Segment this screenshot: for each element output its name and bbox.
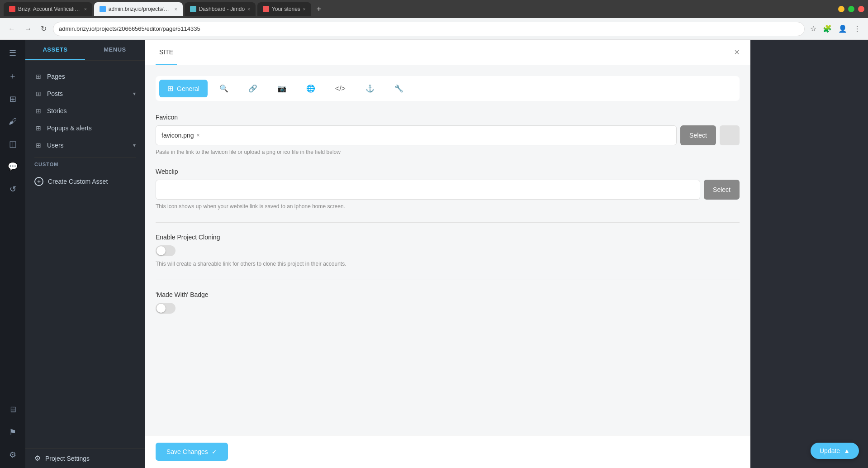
integrations-tab-button[interactable]: 📷 xyxy=(269,80,294,97)
address-bar[interactable]: admin.brizy.io/projects/20666565/editor/… xyxy=(53,22,805,36)
share-tab-button[interactable]: 🔗 xyxy=(240,80,266,97)
integrations-tab-icon: 📷 xyxy=(277,84,286,93)
menu-button[interactable]: ⋮ xyxy=(852,23,863,35)
site-panel-tab[interactable]: SITE xyxy=(156,40,177,65)
create-custom-asset-button[interactable]: + Create Custom Asset xyxy=(34,172,136,191)
tab-close-stories[interactable]: × xyxy=(303,7,306,12)
custom-section-label: CUSTOM xyxy=(34,158,136,171)
settings-tabs-bar: ⊞ General 🔍 🔗 📷 🌐 </> xyxy=(156,76,740,101)
sidebar-item-label-users: Users xyxy=(47,142,64,149)
webclip-input[interactable] xyxy=(161,186,694,193)
back-button[interactable]: ← xyxy=(5,23,18,35)
custom-section: CUSTOM + Create Custom Asset xyxy=(25,154,145,194)
sidebar-item-label-posts: Posts xyxy=(47,90,63,97)
tab-title-brizy: admin.brizy.io/projects/20666... xyxy=(109,6,172,12)
toggle-knob xyxy=(157,246,166,255)
create-custom-label: Create Custom Asset xyxy=(48,178,108,185)
sidebar-item-label-popups: Popups & alerts xyxy=(47,124,92,132)
cloning-hint: This will create a shareable link for ot… xyxy=(156,261,740,267)
section-divider-1 xyxy=(156,222,740,223)
tab-brizy[interactable]: admin.brizy.io/projects/20666... × xyxy=(94,2,183,16)
tab-gmail[interactable]: Brizy: Account Verification - an... × xyxy=(4,2,92,16)
sidebar-tabs: ASSETS MENUS xyxy=(25,40,145,61)
favicon-tag: favicon.png × xyxy=(161,132,200,139)
sidebar-panel: ASSETS MENUS ⊞ Pages ⊞ Posts ▾ ⊞ xyxy=(25,40,145,468)
close-window-button[interactable] xyxy=(858,6,864,12)
webclip-select-button[interactable]: Select xyxy=(704,180,740,200)
cloning-toggle[interactable] xyxy=(156,245,175,256)
menus-tab[interactable]: MENUS xyxy=(85,40,145,60)
more-tab-icon: 🔧 xyxy=(394,84,403,93)
pages-nav-icon: ⊞ xyxy=(34,72,43,81)
favicon-clear-icon[interactable]: × xyxy=(197,132,200,138)
sidebar-item-popups[interactable]: ⊞ Popups & alerts xyxy=(25,119,145,137)
tab-jimdo[interactable]: Dashboard - Jimdo × xyxy=(185,2,256,16)
cloning-toggle-container xyxy=(156,245,740,256)
tab-stories[interactable]: Your stories × xyxy=(257,2,311,16)
update-arrow-icon: ▲ xyxy=(844,447,850,454)
sidebar-nav: ⊞ Pages ⊞ Posts ▾ ⊞ Stories ⊞ Popups & xyxy=(25,61,145,448)
sidebar-inner: ☰ ＋ ⊞ 🖌 ◫ 💬 ↺ 🖥 ⚑ ⚙ ASSETS MENUS xyxy=(0,40,145,468)
add-icon[interactable]: ＋ xyxy=(6,68,19,84)
save-check-icon: ✓ xyxy=(212,448,217,455)
maximize-button[interactable] xyxy=(848,6,854,12)
sidebar-item-posts[interactable]: ⊞ Posts ▾ xyxy=(25,85,145,102)
save-bar: Save Changes ✓ xyxy=(145,435,750,468)
new-tab-button[interactable]: + xyxy=(313,5,325,14)
translate-tab-button[interactable]: 🌐 xyxy=(298,80,323,97)
browser-chrome: Brizy: Account Verification - an... × ad… xyxy=(0,0,868,40)
browser-toolbar: ← → ↻ admin.brizy.io/projects/20666565/e… xyxy=(0,18,868,40)
sidebar-item-label-stories: Stories xyxy=(47,107,67,115)
main-content: SITE × ⊞ General 🔍 🔗 📷 xyxy=(145,40,750,468)
users-arrow-icon: ▾ xyxy=(133,142,136,148)
favicon-select-button[interactable]: Select xyxy=(680,125,716,145)
cloning-section: Enable Project Cloning This will create … xyxy=(156,234,740,267)
settings-gear-icon: ⚙ xyxy=(34,454,41,463)
project-settings-link[interactable]: ⚙ Project Settings xyxy=(34,454,136,463)
settings-content: ⊞ General 🔍 🔗 📷 🌐 </> xyxy=(145,65,750,435)
tab-close-jimdo[interactable]: × xyxy=(247,7,250,12)
sidebar-item-pages[interactable]: ⊞ Pages xyxy=(25,68,145,85)
sidebar-item-label-pages: Pages xyxy=(47,73,65,80)
history-icon[interactable]: ↺ xyxy=(7,181,19,197)
anchor-tab-button[interactable]: ⚓ xyxy=(357,80,383,97)
minimize-button[interactable] xyxy=(838,6,844,12)
profile-button[interactable]: 👤 xyxy=(836,23,849,35)
more-tab-button[interactable]: 🔧 xyxy=(386,80,412,97)
share-tab-icon: 🔗 xyxy=(248,84,257,93)
update-button[interactable]: Update ▲ xyxy=(811,443,859,459)
sidebar-item-stories[interactable]: ⊞ Stories xyxy=(25,102,145,119)
sidebar-item-users[interactable]: ⊞ Users ▾ xyxy=(25,137,145,154)
favicon-input-container[interactable]: favicon.png × xyxy=(156,125,677,145)
device-icon[interactable]: 🖥 xyxy=(6,402,19,417)
extensions-button[interactable]: 🧩 xyxy=(821,23,834,35)
comment-icon[interactable]: 💬 xyxy=(5,159,20,174)
flag-icon[interactable]: ⚑ xyxy=(6,425,19,440)
save-changes-button[interactable]: Save Changes ✓ xyxy=(156,443,228,461)
assets-tab[interactable]: ASSETS xyxy=(25,40,85,60)
seo-tab-button[interactable]: 🔍 xyxy=(211,80,237,97)
seo-tab-icon: 🔍 xyxy=(219,84,228,93)
brush-icon[interactable]: 🖌 xyxy=(6,114,19,129)
tab-close-gmail[interactable]: × xyxy=(84,7,87,12)
favicon-row: favicon.png × Select xyxy=(156,125,740,145)
panel-close-button[interactable]: × xyxy=(734,47,740,57)
general-tab-button[interactable]: ⊞ General xyxy=(159,80,208,97)
hamburger-icon[interactable]: ☰ xyxy=(6,45,19,61)
webclip-input-container[interactable] xyxy=(156,180,700,200)
badge-toggle[interactable] xyxy=(156,303,175,314)
webclip-row: Select xyxy=(156,180,740,200)
layers-icon[interactable]: ◫ xyxy=(6,136,19,152)
section-divider-2 xyxy=(156,280,740,280)
gear-icon[interactable]: ⚙ xyxy=(6,447,19,463)
anchor-tab-icon: ⚓ xyxy=(365,84,375,93)
tab-close-brizy[interactable]: × xyxy=(175,7,177,12)
badge-label: 'Made With' Badge xyxy=(156,291,740,298)
bookmark-button[interactable]: ☆ xyxy=(808,23,818,35)
cloning-label: Enable Project Cloning xyxy=(156,234,740,241)
reload-button[interactable]: ↻ xyxy=(38,23,49,35)
code-tab-button[interactable]: </> xyxy=(327,80,354,97)
forward-button[interactable]: → xyxy=(22,23,34,35)
pages-icon[interactable]: ⊞ xyxy=(7,91,19,107)
address-text: admin.brizy.io/projects/20666565/editor/… xyxy=(59,25,200,32)
